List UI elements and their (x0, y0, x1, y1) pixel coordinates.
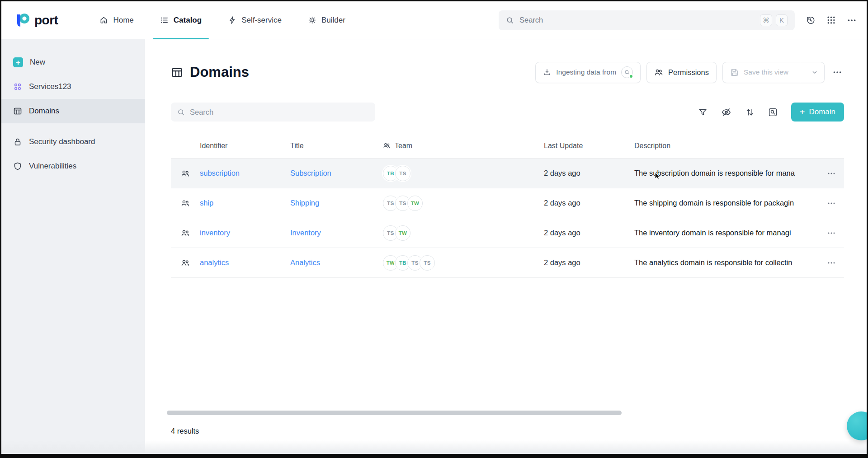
sidebar: + New Services123 Domains Security dash (1, 39, 145, 455)
sidebar-item-label: Vulnerabilities (29, 162, 76, 171)
sidebar-item-vulnerabilities[interactable]: Vulnerabilities (1, 154, 145, 178)
identifier-link[interactable]: analytics (200, 258, 229, 266)
last-update-value: 2 days ago (544, 169, 634, 178)
main-content: Domains Ingesting data from (145, 39, 867, 455)
add-domain-button[interactable]: + Domain (791, 103, 844, 122)
sidebar-item-label: Services123 (29, 82, 71, 91)
save-view-button[interactable]: Save this view (722, 62, 825, 83)
app-window: port Home Catalog Self-service (0, 0, 868, 458)
divider (800, 62, 800, 83)
row-actions-icon[interactable] (819, 229, 844, 238)
nav-item-home[interactable]: Home (99, 1, 133, 39)
sidebar-item-label: Security dashboard (29, 137, 95, 146)
save-view-label: Save this view (744, 68, 788, 76)
row-actions-icon[interactable] (819, 169, 844, 178)
sidebar-item-security-dashboard[interactable]: Security dashboard (1, 130, 145, 154)
table-row[interactable]: analytics Analytics TW TB TS TS 2 days a… (171, 248, 844, 278)
column-header-description[interactable]: Description (634, 142, 819, 150)
row-actions-icon[interactable] (819, 199, 844, 208)
title-link[interactable]: Analytics (290, 258, 320, 266)
nav-item-self-service[interactable]: Self-service (228, 1, 282, 39)
column-header-identifier[interactable]: Identifier (200, 142, 290, 150)
entity-group-icon (171, 199, 200, 208)
topnav-right: ⌘ K (499, 10, 857, 30)
chevron-down-icon[interactable] (805, 69, 824, 76)
nav-item-label: Builder (321, 16, 345, 25)
table-icon (13, 107, 22, 116)
title-link[interactable]: Subscription (290, 169, 331, 177)
identifier-link[interactable]: subscription (200, 169, 240, 177)
cmd-key: ⌘ (760, 14, 772, 26)
table-row[interactable]: ship Shipping TS TS TW 2 days ago The sh… (171, 188, 844, 218)
history-icon[interactable] (806, 15, 816, 25)
title-link[interactable]: Inventory (290, 229, 321, 237)
avatar[interactable]: TW (407, 196, 423, 211)
gear-icon (308, 16, 316, 24)
team-avatars: TS TW (383, 225, 544, 241)
last-update-value: 2 days ago (544, 258, 634, 267)
k-key: K (776, 14, 788, 26)
services-cluster-icon (13, 82, 22, 91)
team-avatars: TW TB TS TS (383, 255, 544, 271)
description-value: The shipping domain is responsible for p… (634, 199, 819, 207)
top-navbar: port Home Catalog Self-service (1, 1, 867, 39)
identifier-link[interactable]: ship (200, 199, 213, 207)
table-row[interactable]: subscription Subscription TB TS 2 days a… (171, 159, 844, 188)
column-header-last-update[interactable]: Last Update (544, 142, 634, 150)
horizontal-scrollbar[interactable] (167, 411, 622, 415)
nav-item-label: Catalog (174, 16, 202, 25)
filter-icon[interactable] (698, 107, 708, 117)
apps-grid-icon[interactable] (826, 15, 836, 25)
identifier-link[interactable]: inventory (200, 229, 230, 237)
table-row[interactable]: inventory Inventory TS TW 2 days ago The… (171, 218, 844, 248)
permissions-label: Permissions (668, 68, 709, 77)
column-header-team[interactable]: Team (383, 142, 544, 150)
group-by-icon[interactable] (768, 107, 778, 117)
column-header-title[interactable]: Title (290, 142, 383, 150)
ingesting-label: Ingesting data from (556, 68, 616, 76)
entity-group-icon (171, 258, 200, 267)
more-menu-icon[interactable] (847, 15, 857, 25)
sort-icon[interactable] (745, 107, 755, 117)
lightning-icon (228, 16, 236, 24)
title-link[interactable]: Shipping (290, 199, 319, 207)
page-more-icon[interactable] (830, 65, 844, 79)
avatar[interactable]: TW (395, 225, 410, 241)
save-icon (730, 68, 739, 77)
sidebar-item-services123[interactable]: Services123 (1, 75, 145, 99)
avatar[interactable]: TS (420, 255, 435, 271)
plus-icon: + (800, 107, 805, 117)
entity-group-icon (171, 229, 200, 238)
global-search-input[interactable] (519, 16, 755, 24)
description-value: The subscription domain is responsible f… (634, 169, 819, 178)
global-search[interactable]: ⌘ K (499, 10, 795, 30)
permissions-button[interactable]: Permissions (646, 62, 717, 83)
sidebar-item-label: New (30, 58, 45, 67)
page-title-text: Domains (190, 64, 249, 80)
table-toolbar: + Domain (171, 103, 844, 122)
nav-item-label: Self-service (241, 16, 282, 25)
table-search[interactable] (171, 103, 375, 122)
description-value: The inventory domain is responsible for … (634, 229, 819, 237)
domains-table: Identifier Title Team Last Update Descri… (171, 133, 844, 278)
description-value: The analytics domain is responsible for … (634, 258, 819, 267)
port-logo[interactable]: port (15, 13, 58, 28)
exporter-status-icon (621, 66, 633, 78)
avatar[interactable]: TS (395, 166, 410, 181)
search-icon (177, 108, 185, 116)
nav-item-builder[interactable]: Builder (308, 1, 345, 39)
sidebar-item-new[interactable]: + New (1, 50, 145, 75)
hide-columns-icon[interactable] (721, 107, 731, 117)
lock-icon (13, 137, 22, 146)
table-search-input[interactable] (190, 108, 369, 117)
table-body: subscription Subscription TB TS 2 days a… (171, 159, 844, 278)
entity-group-icon (171, 169, 200, 178)
last-update-value: 2 days ago (544, 229, 634, 237)
page-header: Domains Ingesting data from (171, 59, 844, 85)
team-avatars: TS TS TW (383, 196, 544, 211)
ingesting-data-button[interactable]: Ingesting data from (535, 62, 641, 83)
row-actions-icon[interactable] (819, 258, 844, 267)
sidebar-item-domains[interactable]: Domains (1, 99, 145, 123)
nav-item-catalog[interactable]: Catalog (160, 1, 202, 39)
nav-item-label: Home (113, 16, 133, 25)
